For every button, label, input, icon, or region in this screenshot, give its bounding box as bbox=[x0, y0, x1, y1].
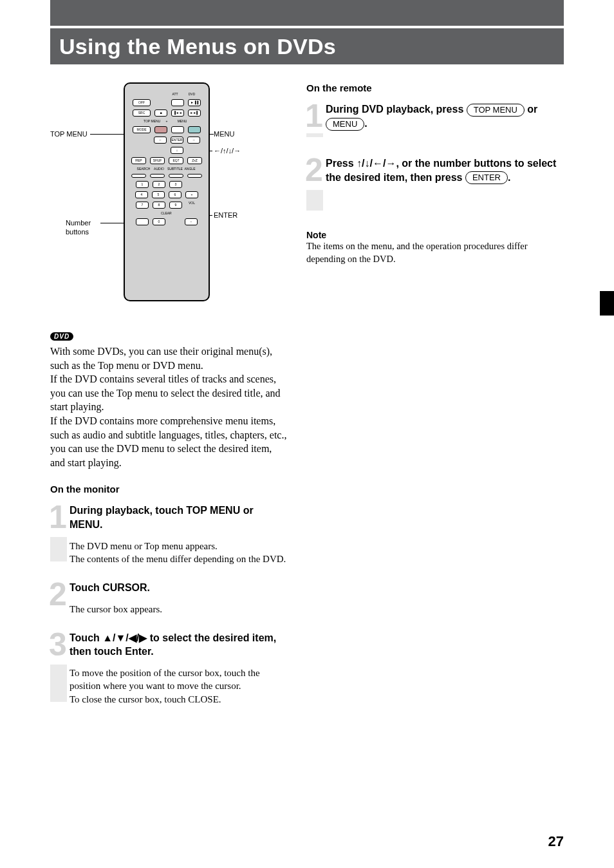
step-title: Press ↑/↓/←/→, or the number buttons to … bbox=[326, 156, 564, 184]
step-number: 1 bbox=[49, 498, 67, 536]
step-body-line: To move the position of the cursor box, … bbox=[70, 668, 260, 691]
remote-subtitle-label: SUBTITLE bbox=[167, 167, 181, 171]
step-text: During DVD playback, press bbox=[326, 104, 467, 115]
remote-audio-label: AUDIO bbox=[152, 167, 166, 171]
right-column: On the remote 1 During DVD playback, pre… bbox=[306, 82, 564, 265]
step-title: Touch CURSOR. bbox=[70, 581, 288, 595]
callout-number-label-1: Number bbox=[66, 219, 91, 227]
note-heading: Note bbox=[306, 230, 564, 240]
monitor-step-1: 1 During playback, touch TOP MENU or MEN… bbox=[50, 504, 288, 565]
remote-num-3: 3 bbox=[169, 181, 182, 188]
remote-stop-button: ■ bbox=[154, 109, 167, 117]
header-bar bbox=[50, 0, 564, 26]
page-number: 27 bbox=[548, 833, 564, 850]
step-title: During playback, touch TOP MENU or MENU. bbox=[70, 504, 288, 531]
remote-off-button: OFF bbox=[133, 99, 151, 106]
remote-dpad-plus-label: + bbox=[160, 120, 173, 123]
remote-vol-label: VOL bbox=[186, 202, 198, 209]
remote-voldn-button: − bbox=[185, 218, 198, 225]
remote-att-label: ATT bbox=[169, 93, 181, 96]
step-body-line: To close the cursor box, touch CLOSE. bbox=[70, 694, 221, 704]
on-monitor-heading: On the monitor bbox=[50, 484, 288, 495]
callout-line bbox=[90, 134, 126, 135]
step-body-line: The contents of the menu differ dependin… bbox=[70, 554, 286, 564]
remote-step-2: 2 Press ↑/↓/←/→, or the number buttons t… bbox=[306, 156, 564, 214]
left-column: TOP MENU MENU ←/↑/↓/→ ENTER Number butto… bbox=[50, 82, 288, 721]
step-body-line: The cursor box appears. bbox=[70, 603, 288, 616]
remote-blank-button bbox=[169, 174, 183, 178]
remote-down-button: ↓ bbox=[171, 147, 183, 154]
remote-num-2: 2 bbox=[153, 181, 165, 188]
remote-num-6: 6 bbox=[169, 191, 181, 198]
remote-zxz-button: ZxZ bbox=[187, 157, 202, 164]
callout-arrows-label: ←/↑/↓/→ bbox=[214, 147, 241, 155]
note-text: The items on the menu, and the operation… bbox=[306, 240, 564, 265]
intro-p1: With some DVDs, you can use their origin… bbox=[50, 346, 272, 371]
intro-paragraph: With some DVDs, you can use their origin… bbox=[50, 344, 288, 469]
remote-blank-button bbox=[131, 174, 146, 178]
thumb-tab bbox=[600, 291, 614, 316]
remote-menulabel: MENU bbox=[174, 120, 190, 123]
remote-angle-label: ANGLE bbox=[183, 167, 197, 171]
step-arrows: ↑/↓/←/→ bbox=[357, 158, 396, 169]
remote-blank-button bbox=[150, 174, 165, 178]
remote-num-5: 5 bbox=[152, 191, 165, 198]
remote-playpause-button: ►▐▐ bbox=[188, 99, 201, 106]
callout-number-label-2: buttons bbox=[66, 228, 89, 236]
remote-enter-button: ENTER bbox=[171, 137, 183, 144]
remote-next-button: ►►▌ bbox=[188, 109, 201, 117]
section-title: Using the Menus on DVDs bbox=[50, 28, 564, 64]
step-title: During DVD playback, press TOP MENU or M… bbox=[326, 102, 564, 131]
intro-p3: If the DVD contains more comprehensive m… bbox=[50, 415, 286, 468]
intro-p2: If the DVD contains several titles of tr… bbox=[50, 373, 281, 412]
remote-num-4: 4 bbox=[135, 191, 148, 198]
remote-topmenu-button bbox=[154, 126, 167, 133]
step-number: 1 bbox=[305, 97, 323, 135]
step-text: Press bbox=[326, 158, 357, 169]
remote-rep-button: REP bbox=[131, 157, 146, 164]
remote-body: ATT DVD OFF ►▐▐ SRC ■ ▐◄◄ ►►▌ bbox=[124, 82, 210, 301]
enter-button-label: ENTER bbox=[465, 171, 508, 184]
remote-prev-button: ▐◄◄ bbox=[171, 109, 184, 117]
remote-left-button: ← bbox=[154, 137, 167, 144]
remote-eq7-button: EQ7 bbox=[169, 157, 183, 164]
on-remote-heading: On the remote bbox=[306, 82, 564, 93]
step-title: Touch ▲/▼/◀/▶ to select the desired item… bbox=[70, 631, 288, 659]
remote-num-0: 0 bbox=[153, 218, 165, 225]
step-number: 2 bbox=[49, 576, 67, 613]
monitor-step-3: 3 Touch ▲/▼/◀/▶ to select the desired it… bbox=[50, 631, 288, 706]
remote-src-button: SRC bbox=[133, 109, 151, 117]
callout-top-menu-label: TOP MENU bbox=[50, 130, 88, 138]
step-text: . bbox=[508, 172, 510, 183]
step-number: 2 bbox=[305, 151, 323, 189]
step-body-line: The DVD menu or Top menu appears. bbox=[70, 541, 218, 551]
remote-blank-button bbox=[187, 174, 202, 178]
remote-mode-button: MODE bbox=[133, 126, 151, 133]
page: Using the Menus on DVDs TOP MENU MENU ←/… bbox=[0, 0, 614, 868]
remote-num-7: 7 bbox=[136, 202, 149, 209]
remote-topmenu-label: TOP MENU bbox=[144, 120, 159, 123]
monitor-step-2: 2 Touch CURSOR. The cursor box appears. bbox=[50, 581, 288, 616]
callout-enter-label: ENTER bbox=[214, 211, 237, 219]
remote-num-8: 8 bbox=[153, 202, 165, 209]
step-text: . bbox=[364, 118, 367, 129]
remote-dpad-up-button bbox=[171, 126, 184, 133]
step-text: or bbox=[527, 104, 537, 115]
remote-search-label: SEARCH bbox=[136, 167, 151, 171]
remote-volup-button: + bbox=[185, 191, 198, 198]
remote-menu-button bbox=[188, 126, 201, 133]
step-number: 3 bbox=[49, 626, 67, 663]
remote-step-1: 1 During DVD playback, press TOP MENU or… bbox=[306, 102, 564, 141]
remote-num-9: 9 bbox=[169, 202, 182, 209]
remote-num-1: 1 bbox=[136, 181, 149, 188]
remote-illustration: TOP MENU MENU ←/↑/↓/→ ENTER Number butto… bbox=[50, 82, 288, 308]
topmenu-button-label: TOP MENU bbox=[467, 104, 525, 117]
menu-button-label: MENU bbox=[326, 118, 364, 131]
dvd-badge-icon: DVD bbox=[50, 332, 73, 341]
remote-shuf-button: SHUF bbox=[150, 157, 165, 164]
remote-clear-button bbox=[136, 218, 149, 225]
remote-att-button bbox=[171, 99, 184, 106]
remote-clear-label: CLEAR bbox=[161, 212, 172, 215]
remote-right-button: → bbox=[187, 137, 200, 144]
callout-menu-label: MENU bbox=[214, 130, 234, 138]
